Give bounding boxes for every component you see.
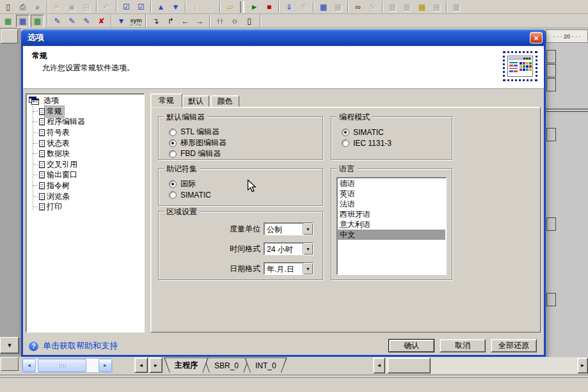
view-component-button[interactable]: ▦ [1,15,15,27]
download-to-plc-button[interactable]: ⇓ [282,1,296,13]
read-all-forced-button[interactable]: ▩ [450,1,463,13]
status-chart-monitor-button[interactable]: ∞ [351,1,365,13]
tree-item-output-window[interactable]: 输出窗口 [28,170,143,181]
new-document-button[interactable]: ▯ [1,1,15,13]
time-format-dropdown-button[interactable]: ▼ [303,243,313,255]
language-option-german[interactable]: 德语 [338,178,445,189]
chart-view-button[interactable]: ▦ [31,15,44,27]
navigation-scroll-down-button[interactable]: ▼ [0,337,19,354]
undo-button[interactable]: ↶ [100,1,113,13]
programming-mode-option-iec[interactable]: IEC 1131-3 [331,137,452,148]
pause-status-button[interactable]: ▦ [331,1,345,13]
time-format-combo[interactable]: 24 小时 ▼ [264,242,314,255]
tree-item-status-chart[interactable]: 状态表 [28,138,143,149]
toolbar-separator [185,1,186,13]
line-up-button[interactable]: ↱ [164,15,177,27]
tree-item-cross-reference[interactable]: 交叉引用 [28,159,143,170]
sort-ascending-button[interactable]: ↕ [189,1,202,13]
default-editor-option-stl[interactable]: STL 编辑器 [159,127,322,137]
measurement-unit-combo[interactable]: 公制 ▼ [264,223,314,235]
box-icon: ▯ [247,17,251,25]
tree-item-symbol-table[interactable]: 符号表 [28,127,143,138]
tree-item-data-block[interactable]: 数据块 [28,148,143,159]
tree-item-instruction-tree[interactable]: 指令树 [28,180,143,191]
mnemonic-set-option-international[interactable]: 国际 [159,178,322,189]
language-listbox[interactable]: 德语英语法语西班牙语意大利语中文 [337,177,447,275]
compile-all-button[interactable]: ☑ [134,1,148,13]
language-option-spanish[interactable]: 西班牙语 [338,209,445,219]
date-format-combo[interactable]: 年.月.日 ▼ [264,262,314,275]
pou-tab-main[interactable]: 主程序 [164,357,209,373]
upload-from-plc-button[interactable]: ⇑ [297,1,310,13]
print-preview-button[interactable]: ⌕ [31,1,44,13]
language-option-french[interactable]: 法语 [338,199,445,209]
insert-network-button[interactable]: ✎ [51,15,64,27]
default-editor-option-fbd[interactable]: FBD 编辑器 [159,148,322,159]
editor-scroll-left-button[interactable]: ◄ [373,357,385,373]
programming-mode-option-simatic[interactable]: SIMATIC [331,127,452,137]
compile-button[interactable]: ☑ [120,1,133,13]
copy-button[interactable]: ▣ [65,1,79,13]
scroll-left-button[interactable]: ◄ [22,359,36,372]
measurement-unit-dropdown-button[interactable]: ▼ [303,223,313,235]
scrollbar-thumb[interactable] [38,359,86,372]
tree-root-item[interactable]: 选项 [29,95,143,106]
sort-descending-button[interactable]: ↕ [203,1,217,13]
pou-tab-int0[interactable]: INT_0 [244,357,287,373]
toggle-addresses-button[interactable]: ▼ [115,15,128,27]
delete-network-button[interactable]: ✘ [95,15,108,27]
tab-general[interactable]: 常规 [150,93,182,107]
paste-button[interactable]: ▤ [80,1,93,13]
scroll-right-button[interactable]: ► [99,359,112,372]
options-folder-button[interactable]: ▱ [223,1,237,13]
language-option-english[interactable]: 英语 [338,189,445,199]
pou-tab-scroll-left-button[interactable]: ◄ [134,357,148,373]
insert-column-button[interactable]: ✎ [80,15,93,27]
ladder-view-button[interactable]: ▦ [16,15,29,27]
single-read-button[interactable]: ✎ [366,1,379,13]
unforce-button[interactable]: ▦ [430,1,443,13]
insert-row-button[interactable]: ✎ [65,15,79,27]
symbolic-addressing-button[interactable]: sym [129,15,143,27]
force-values-button[interactable]: ▦ [401,1,414,13]
tab-default[interactable]: 默认 [182,95,209,107]
box-button[interactable]: ▯ [242,15,256,27]
write-all-button[interactable]: ▦ [386,1,399,13]
language-option-italian[interactable]: 意大利语 [338,219,445,230]
horizontal-scrollbar[interactable]: ◄ ► [22,358,113,373]
upload-button[interactable]: ▲ [154,1,168,13]
tree-item-general[interactable]: 常规 [28,106,143,117]
language-option-chinese[interactable]: 中文 [338,230,445,240]
editor-scroll-right-button[interactable]: ► [577,357,588,373]
tree-item-browser-bar[interactable]: 浏览条 [28,191,143,202]
scrollbar-track[interactable] [36,359,99,372]
line-left-button[interactable]: ← [179,15,192,27]
pou-tab-scroll-right-button[interactable]: ► [149,357,163,373]
print-button[interactable]: ⎙ [16,1,29,13]
dialog-titlebar[interactable]: 选项 × [21,29,546,46]
date-format-dropdown-button[interactable]: ▼ [303,263,313,274]
cancel-button[interactable]: 取消 [440,339,486,352]
cut-button[interactable]: ✂ [51,1,64,13]
tree-item-program-editor[interactable]: 程序编辑器 [28,117,143,128]
confirm-button[interactable]: 确认 [388,339,434,352]
tab-color[interactable]: 颜色 [211,95,239,107]
force-button[interactable]: ▦ [415,1,429,13]
line-right-button[interactable]: → [193,15,207,27]
line-down-button[interactable]: ↴ [149,15,163,27]
restore-all-button[interactable]: 全部还原 [491,339,537,352]
tree-item-print[interactable]: 打印 [28,201,143,212]
pou-tab-sbr0[interactable]: SBR_0 [203,357,250,373]
contact-button[interactable]: ┤├ [213,15,226,27]
close-button[interactable]: × [530,32,543,43]
default-editor-option-ladder[interactable]: 梯形图编辑器 [159,137,322,148]
run-button[interactable]: ► [248,1,261,13]
mnemonic-set-option-simatic[interactable]: SIMATIC [159,189,322,200]
help-link[interactable]: ? 单击获取帮助和支持 [29,340,118,352]
editor-scrollbar-track[interactable] [385,357,577,373]
program-status-button[interactable]: ▦ [317,1,330,13]
stop-button[interactable]: ■ [262,1,276,13]
coil-button[interactable]: -( )- [228,15,241,27]
download-button[interactable]: ▼ [169,1,182,13]
editor-scrollbar-thumb[interactable] [387,357,431,373]
